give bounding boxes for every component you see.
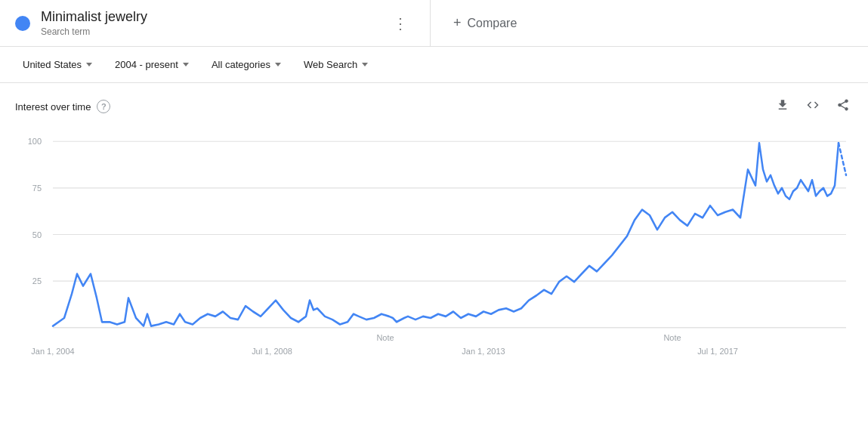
svg-text:Note: Note [376, 332, 394, 341]
term-subtitle: Search term [41, 26, 387, 37]
category-filter[interactable]: All categories [204, 54, 289, 75]
search-type-label: Web Search [304, 59, 357, 70]
term-dot [15, 16, 30, 31]
chart-container: 100 75 50 25 Note Note Jan 1, 2004 Jul 1… [15, 125, 853, 382]
header-bar: Minimalist jewelry Search term ⋮ + Compa… [0, 0, 868, 47]
svg-text:75: 75 [32, 184, 42, 193]
share-icon [836, 98, 850, 112]
chart-header: Interest over time ? [15, 95, 853, 118]
compare-plus-icon: + [453, 15, 462, 31]
compare-label: Compare [468, 17, 517, 30]
region-chevron-icon [86, 63, 92, 66]
svg-text:100: 100 [28, 137, 42, 146]
svg-text:Note: Note [663, 332, 681, 341]
time-range-label: 2004 - present [115, 59, 178, 70]
search-type-chevron-icon [362, 63, 368, 66]
svg-text:50: 50 [32, 230, 42, 239]
svg-text:Jul 1, 2017: Jul 1, 2017 [697, 347, 738, 356]
category-chevron-icon [275, 63, 281, 66]
svg-text:Jan 1, 2013: Jan 1, 2013 [462, 347, 505, 356]
region-filter[interactable]: United States [15, 54, 100, 75]
category-label: All categories [212, 59, 270, 70]
help-icon[interactable]: ? [97, 100, 110, 113]
chart-section: Interest over time ? [0, 83, 868, 382]
svg-text:Jan 1, 2004: Jan 1, 2004 [31, 347, 74, 356]
download-icon [776, 98, 789, 112]
embed-button[interactable] [803, 95, 823, 118]
embed-icon [806, 98, 820, 112]
time-range-filter[interactable]: 2004 - present [107, 54, 196, 75]
term-text: Minimalist jewelry Search term [41, 9, 387, 37]
chart-title: Interest over time [15, 101, 91, 113]
filter-bar: United States 2004 - present All categor… [0, 47, 868, 83]
term-title: Minimalist jewelry [41, 9, 387, 25]
search-type-filter[interactable]: Web Search [296, 54, 375, 75]
time-chevron-icon [183, 63, 189, 66]
compare-box[interactable]: + Compare [431, 6, 868, 40]
share-button[interactable] [833, 95, 853, 118]
trend-chart: 100 75 50 25 Note Note Jan 1, 2004 Jul 1… [15, 125, 853, 382]
more-options-button[interactable]: ⋮ [387, 11, 415, 36]
chart-actions [773, 95, 853, 118]
svg-text:Jul 1, 2008: Jul 1, 2008 [252, 347, 292, 356]
download-button[interactable] [773, 95, 792, 118]
search-term-box: Minimalist jewelry Search term ⋮ [0, 0, 431, 46]
chart-title-group: Interest over time ? [15, 100, 110, 113]
region-label: United States [23, 59, 82, 70]
svg-text:25: 25 [32, 276, 42, 286]
